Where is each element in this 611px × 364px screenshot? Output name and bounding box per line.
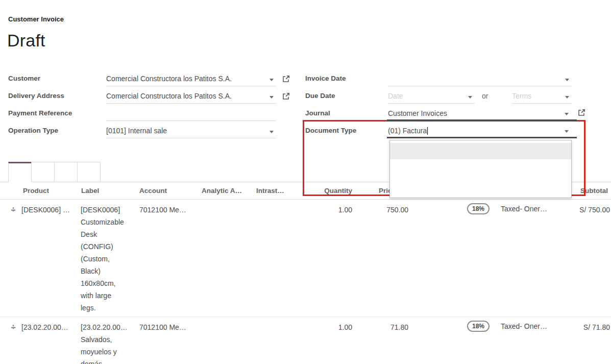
tax-badge[interactable]: 18% xyxy=(467,321,490,332)
cell-product[interactable]: [23.02.20.00… xyxy=(21,321,78,333)
or-text: or xyxy=(482,92,488,100)
invoice-date-label: Invoice Date xyxy=(305,75,346,82)
due-date-label: Due Date xyxy=(305,92,335,100)
form-row: Delivery Address Comercial Constructora … xyxy=(0,90,306,107)
chevron-down-icon[interactable] xyxy=(565,96,569,99)
tab[interactable] xyxy=(54,162,78,182)
external-link-icon[interactable] xyxy=(282,92,290,101)
tax-badge[interactable]: 18% xyxy=(467,203,490,214)
tab[interactable] xyxy=(77,162,101,182)
due-date-placeholder: Date xyxy=(388,92,403,100)
page-title: Draft xyxy=(7,31,45,51)
invoice-date-input[interactable] xyxy=(388,72,572,86)
column-header-account: Account xyxy=(139,187,167,195)
notebook-tabs xyxy=(8,162,100,182)
tab[interactable] xyxy=(31,162,55,182)
journal-input[interactable]: Customer Invoices xyxy=(387,107,577,121)
cell-taxes[interactable]: 18% Taxed- Oner… xyxy=(467,320,547,332)
tax-label: Taxed- Oner… xyxy=(501,320,547,332)
document-type-label: Document Type xyxy=(305,127,356,134)
cell-account[interactable]: 7012100 Me… xyxy=(139,321,198,333)
form-row: Payment Reference xyxy=(0,107,306,124)
field-label: Operation Type xyxy=(8,127,58,134)
text-cursor xyxy=(427,127,428,135)
chevron-down-icon[interactable] xyxy=(270,131,274,133)
document-type-value: (01) Factura xyxy=(388,127,428,135)
chevron-down-icon[interactable] xyxy=(565,113,569,115)
field-label: Delivery Address xyxy=(8,92,64,100)
field-input[interactable]: Comercial Constructora los Patitos S.A. xyxy=(106,90,276,104)
table-row[interactable]: ↔↕ [23.02.20.00… [23.02.20.00… Salvados,… xyxy=(0,317,611,364)
chevron-down-icon[interactable] xyxy=(565,79,569,81)
drag-handle-icon[interactable]: ↔↕ xyxy=(9,204,18,214)
cell-price[interactable]: 750.00 xyxy=(362,204,408,216)
column-header-quantity: Quantity xyxy=(306,187,352,195)
cell-price[interactable]: 71.80 xyxy=(362,321,408,333)
form-row: Customer Comercial Constructora los Pati… xyxy=(0,72,306,89)
column-header-intrastat: Intrast… xyxy=(256,187,284,195)
document-type-dropdown xyxy=(389,140,572,198)
journal-label: Journal xyxy=(305,109,330,117)
table-row[interactable]: ↔↕ [DESK0006] … [DESK0006] Customizable … xyxy=(0,200,611,317)
field-label: Payment Reference xyxy=(8,109,72,117)
dropdown-option[interactable] xyxy=(390,176,571,192)
breadcrumb[interactable]: Customer Invoice xyxy=(8,15,64,23)
dropdown-option[interactable] xyxy=(390,143,571,159)
payment-terms-input[interactable]: Terms xyxy=(512,90,572,104)
chevron-down-icon[interactable] xyxy=(270,79,274,81)
field-input[interactable]: Comercial Constructora los Patitos S.A. xyxy=(106,72,276,86)
cell-product[interactable]: [DESK0006] … xyxy=(21,204,78,216)
chevron-down-icon[interactable] xyxy=(270,96,274,99)
field-label: Customer xyxy=(8,75,40,82)
field-value: Comercial Constructora los Patitos S.A. xyxy=(106,92,232,100)
external-link-icon[interactable] xyxy=(577,108,586,117)
field-value: Comercial Constructora los Patitos S.A. xyxy=(106,75,232,83)
cell-subtotal: S/ 750.00 xyxy=(554,204,610,216)
cell-quantity[interactable]: 1.00 xyxy=(306,204,352,216)
external-link-icon[interactable] xyxy=(282,75,290,83)
chevron-down-icon[interactable] xyxy=(468,96,472,99)
terms-placeholder: Terms xyxy=(512,92,531,100)
journal-value: Customer Invoices xyxy=(388,109,447,117)
cell-account[interactable]: 7012100 Me… xyxy=(139,204,198,216)
field-input[interactable] xyxy=(106,107,276,121)
invoice-form-page: { "header": { "breadcrumb": "Customer In… xyxy=(0,0,611,364)
due-date-input[interactable]: Date xyxy=(388,90,475,104)
invoice-lines-rows: ↔↕ [DESK0006] … [DESK0006] Customizable … xyxy=(0,200,611,364)
column-header-label: Label xyxy=(81,187,99,195)
chevron-down-icon[interactable] xyxy=(565,130,569,133)
field-value: [0101] Internal sale xyxy=(106,127,167,135)
column-header-product: Product xyxy=(23,187,49,195)
cell-taxes[interactable]: 18% Taxed- Oner… xyxy=(467,203,547,215)
tax-label: Taxed- Oner… xyxy=(501,203,547,215)
form-row: Operation Type [0101] Internal sale xyxy=(0,125,306,141)
cell-quantity[interactable]: 1.00 xyxy=(306,321,352,333)
tab[interactable] xyxy=(8,162,32,182)
cell-subtotal: S/ 71.80 xyxy=(554,321,610,333)
document-type-input[interactable]: (01) Factura xyxy=(387,125,577,138)
cell-label[interactable]: [23.02.20.00… Salvados, moyuelos y demás xyxy=(81,317,132,364)
field-input[interactable]: [0101] Internal sale xyxy=(106,125,276,138)
drag-handle-icon[interactable]: ↔↕ xyxy=(9,321,18,331)
cell-label[interactable]: [DESK0006] Customizable Desk (CONFIG) (C… xyxy=(81,200,132,317)
column-header-analytic-account: Analytic A… xyxy=(202,187,242,195)
dropdown-option[interactable] xyxy=(390,159,571,176)
